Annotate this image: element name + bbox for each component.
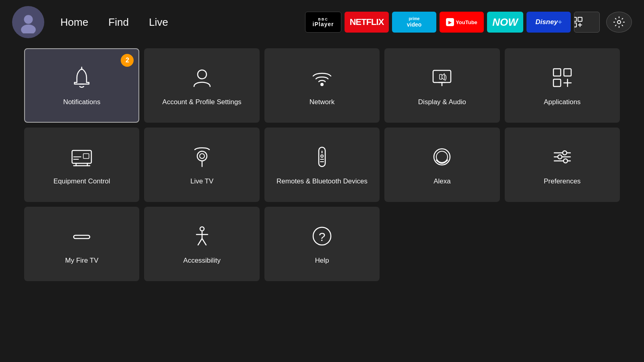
tile-display-audio[interactable]: Display & Audio (384, 48, 500, 123)
svg-point-0 (24, 15, 33, 24)
svg-rect-4 (574, 23, 576, 27)
sliders-icon (550, 145, 574, 171)
nav-live[interactable]: Live (149, 16, 168, 29)
equipment-label: Equipment Control (54, 177, 110, 186)
tile-preferences[interactable]: Preferences (505, 128, 620, 202)
svg-point-45 (200, 227, 204, 231)
settings-grid: 2 Notifications Account & Profile Settin… (24, 48, 620, 281)
svg-rect-3 (578, 17, 582, 21)
alexa-icon (430, 145, 454, 171)
myfiretv-label: My Fire TV (65, 256, 99, 265)
tile-network[interactable]: Network (264, 48, 380, 123)
svg-rect-44 (74, 235, 90, 239)
tile-remotes[interactable]: Remotes & Bluetooth Devices (264, 128, 380, 202)
bbc-iplayer-button[interactable]: BBC iPlayer (305, 12, 341, 33)
svg-point-42 (558, 155, 562, 159)
help-label: Help (315, 256, 329, 265)
accessibility-icon (190, 224, 214, 250)
tile-equipment[interactable]: Equipment Control (24, 128, 139, 202)
netflix-button[interactable]: NETFLIX (345, 12, 389, 33)
svg-point-1 (21, 25, 36, 33)
firetv-icon (70, 224, 94, 250)
svg-text:?: ? (319, 230, 326, 243)
gear-settings-button[interactable] (606, 12, 632, 33)
svg-point-43 (564, 159, 568, 163)
preferences-label: Preferences (544, 177, 581, 186)
svg-rect-2 (574, 17, 576, 21)
svg-rect-15 (440, 74, 442, 79)
remote-icon (310, 145, 334, 171)
top-nav: Home Find Live BBC iPlayer NETFLIX prime… (0, 0, 644, 44)
help-icon: ? (310, 224, 334, 250)
svg-rect-18 (553, 79, 561, 86)
svg-line-48 (198, 239, 202, 245)
account-label: Account & Profile Settings (162, 98, 242, 107)
tile-help[interactable]: ? Help (264, 207, 380, 281)
disney-plus-button[interactable]: Disney+ (526, 12, 571, 33)
nav-links: Home Find Live (60, 16, 168, 29)
svg-point-11 (321, 83, 323, 86)
streaming-icons: BBC iPlayer NETFLIX prime video YouTube … (305, 12, 632, 33)
prime-video-button[interactable]: prime video (392, 12, 436, 33)
applications-label: Applications (544, 98, 581, 107)
avatar[interactable] (12, 6, 44, 38)
antenna-icon (190, 145, 214, 171)
bell-icon (70, 66, 94, 91)
notification-badge: 2 (121, 54, 134, 67)
tile-notifications[interactable]: 2 Notifications (24, 48, 139, 123)
tv-icon (70, 145, 94, 171)
wifi-icon (310, 66, 334, 91)
tile-livetv[interactable]: Live TV (144, 128, 259, 202)
tile-myfiretv[interactable]: My Fire TV (24, 207, 139, 281)
accessibility-label: Accessibility (183, 256, 221, 265)
display-icon (430, 66, 454, 91)
display-audio-label: Display & Audio (418, 98, 466, 107)
livetv-label: Live TV (190, 177, 213, 186)
nav-find[interactable]: Find (108, 16, 129, 29)
tile-alexa[interactable]: Alexa (384, 128, 500, 202)
svg-point-29 (200, 154, 204, 158)
svg-point-10 (198, 70, 206, 79)
youtube-button[interactable]: YouTube (440, 12, 484, 33)
alexa-label: Alexa (433, 177, 451, 186)
svg-point-41 (563, 151, 567, 155)
svg-rect-27 (83, 154, 89, 158)
svg-point-33 (321, 155, 323, 157)
tile-account[interactable]: Account & Profile Settings (144, 48, 259, 123)
apps-grid-button[interactable] (574, 12, 600, 33)
tile-accessibility[interactable]: Accessibility (144, 207, 259, 281)
svg-line-49 (202, 239, 206, 245)
tile-applications[interactable]: Applications (505, 48, 620, 123)
svg-rect-17 (564, 69, 571, 76)
nav-home[interactable]: Home (60, 16, 88, 29)
account-icon (190, 66, 214, 91)
settings-container: 2 Notifications Account & Profile Settin… (0, 44, 644, 285)
remotes-label: Remotes & Bluetooth Devices (277, 177, 367, 186)
network-label: Network (310, 98, 334, 107)
svg-point-28 (197, 151, 207, 161)
svg-point-37 (436, 151, 448, 162)
svg-rect-16 (553, 69, 561, 76)
now-button[interactable]: NOW (487, 12, 523, 33)
svg-point-7 (617, 21, 621, 24)
notifications-label: Notifications (63, 98, 101, 107)
apps-icon (550, 66, 574, 91)
